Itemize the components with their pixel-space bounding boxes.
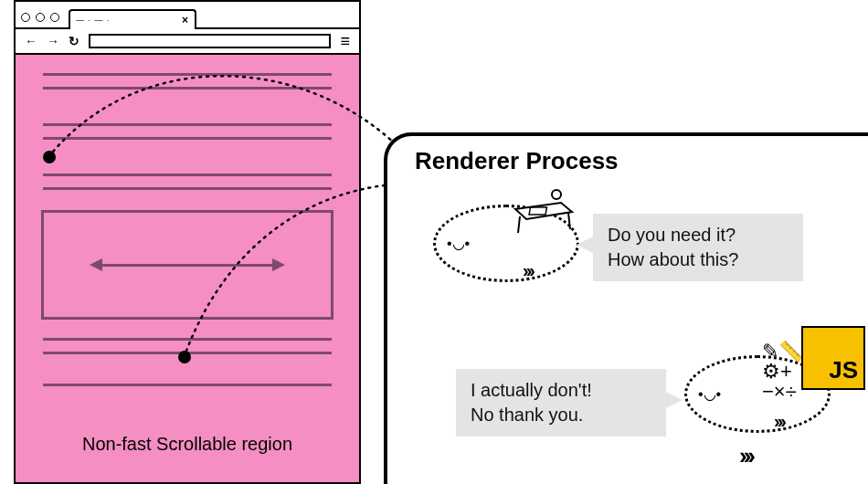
nav-reload-icon[interactable]: ↻	[69, 34, 79, 48]
renderer-process-panel: Renderer Process •◡• ››› Do you need it?…	[384, 132, 868, 484]
browser-tab[interactable]: — · — · ×	[69, 9, 196, 29]
browser-viewport: Non-fast Scrollable region	[16, 55, 359, 482]
chevrons-icon: ›››	[774, 411, 784, 432]
face-icon: •◡•	[698, 385, 721, 403]
traffic-light-icon	[50, 13, 59, 22]
event-dot	[43, 151, 56, 163]
speech-bubble-main-thread: I actually don't! No thank you.	[456, 369, 666, 437]
window-traffic-lights	[21, 13, 69, 27]
bubble-line: No thank you.	[471, 405, 583, 425]
face-icon: •◡•	[447, 235, 470, 252]
svg-line-3	[568, 213, 570, 229]
trail-chevrons-icon: ›››	[739, 442, 752, 470]
speech-bubble-compositor: Do you need it? How about this?	[593, 214, 803, 281]
close-icon[interactable]: ×	[182, 14, 189, 26]
content-rule	[43, 87, 332, 89]
content-rule	[43, 123, 332, 126]
bubble-line: I actually don't!	[471, 380, 592, 400]
svg-line-2	[518, 216, 520, 233]
browser-toolbar: ← → ↻ ≡	[16, 29, 359, 55]
content-rule	[43, 187, 332, 190]
renderer-process-title: Renderer Process	[415, 147, 619, 175]
traffic-light-icon	[36, 13, 45, 22]
url-bar[interactable]	[89, 34, 331, 48]
nav-back-icon[interactable]: ←	[25, 34, 37, 48]
menu-icon[interactable]: ≡	[340, 33, 350, 49]
javascript-badge: JS	[801, 326, 865, 390]
content-rule	[43, 384, 332, 386]
browser-window: — · — · × ← → ↻ ≡ Non-fast Scrollable re…	[14, 0, 361, 484]
content-rule	[43, 137, 332, 140]
content-rule	[43, 338, 332, 341]
bubble-line: How about this?	[608, 249, 738, 269]
nav-forward-icon[interactable]: →	[47, 34, 59, 48]
thread-tools-icon: ✎📏⚙︎+−×÷	[762, 342, 803, 402]
tab-title: — · — ·	[76, 16, 111, 25]
svg-point-1	[552, 190, 561, 199]
traffic-light-icon	[21, 13, 30, 22]
horizontal-double-arrow-icon	[99, 264, 276, 267]
tab-bar: — · — · ×	[16, 2, 359, 29]
content-rule	[43, 174, 332, 176]
chevrons-icon: ›››	[523, 260, 533, 281]
js-badge-label: JS	[829, 356, 858, 384]
bubble-line: Do you need it?	[608, 225, 736, 245]
region-label: Non-fast Scrollable region	[16, 434, 359, 455]
event-dot	[178, 351, 191, 363]
content-rule	[43, 73, 332, 76]
non-fast-scrollable-region	[41, 210, 333, 320]
compositor-desk-icon	[506, 189, 579, 235]
